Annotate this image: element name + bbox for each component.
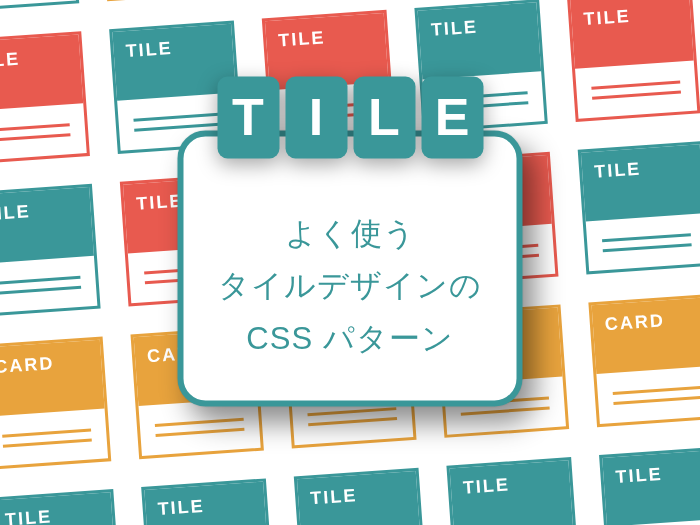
badge-letter: I (285, 76, 347, 158)
card-amber: CARD (0, 336, 111, 469)
card-label: CARD (592, 297, 700, 374)
card-teal: TILE (0, 184, 101, 317)
card-teal: TILE (599, 446, 700, 525)
card-label: TILE (297, 471, 421, 525)
badge-letter: L (353, 76, 415, 158)
card-teal: TILE (294, 468, 427, 525)
card-teal: TILE (446, 457, 579, 525)
card-label: TILE (418, 2, 542, 79)
card-amber: CARD (98, 0, 231, 1)
card-label: TILE (450, 460, 574, 525)
card-label: TILE (0, 34, 83, 111)
card-label: TILE (570, 0, 694, 69)
card-label: CARD (0, 340, 105, 417)
card-label: TILE (0, 492, 115, 525)
panel-line-1: よく使う (202, 208, 499, 261)
panel-line-3: CSS パターン (202, 313, 499, 366)
card-red: TILE (0, 31, 90, 164)
center-panel: T I L E よく使う タイルデザインの CSS パターン (178, 130, 523, 406)
badge-letter: E (421, 76, 483, 158)
card-amber: CARD (588, 294, 700, 427)
card-teal: TILE (0, 0, 79, 12)
card-teal: TILE (0, 489, 122, 525)
card-label: TILE (602, 450, 700, 525)
card-teal: TILE (141, 478, 274, 525)
card-teal: TILE (578, 141, 700, 274)
card-label: TILE (144, 482, 268, 525)
badge-letter: T (217, 76, 279, 158)
panel-line-2: タイルデザインの (202, 261, 499, 314)
card-label: TILE (0, 187, 94, 264)
card-red: TILE (567, 0, 700, 122)
tile-badge: T I L E (217, 76, 483, 158)
card-label: TILE (581, 144, 700, 221)
